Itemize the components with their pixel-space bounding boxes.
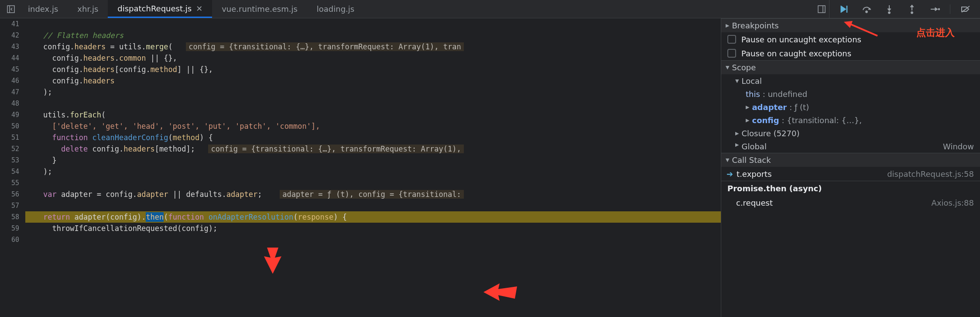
svg-marker-15 [935, 7, 938, 11]
step-out-icon[interactable] [905, 2, 919, 17]
debug-controls [829, 0, 980, 18]
chevron-down-icon: ▼ [735, 78, 739, 84]
chevron-right-icon: ▶ [735, 131, 739, 136]
toggle-sidebar-icon[interactable] [814, 2, 829, 17]
inline-hint: adapter = ƒ (t), config = {transitional: [280, 190, 463, 199]
scope-config[interactable]: ▶ config: {transitional: {…}, [721, 114, 980, 127]
svg-marker-12 [910, 5, 914, 7]
tab-dispatchrequest[interactable]: dispatchRequest.js✕ [108, 0, 212, 18]
tab-vue-runtime[interactable]: vue.runtime.esm.js [212, 0, 307, 18]
step-into-icon[interactable] [882, 2, 897, 17]
tab-xhr[interactable]: xhr.js [68, 0, 108, 18]
inline-hint: config = {transitional: {…}, transformRe… [186, 42, 463, 51]
checkbox-icon[interactable] [727, 35, 736, 44]
svg-marker-9 [887, 9, 891, 11]
tabbar: index.js xhr.js dispatchRequest.js✕ vue.… [0, 0, 980, 18]
chevron-right-icon: ▶ [726, 23, 729, 28]
svg-point-7 [866, 10, 868, 13]
line-gutter: 41 42 43 44 45 46 47 48 49 50 51 52 53 5… [0, 18, 25, 317]
svg-rect-2 [818, 6, 825, 13]
chevron-right-icon: ▶ [735, 142, 739, 151]
step-over-icon[interactable] [859, 2, 874, 17]
callstack-section[interactable]: ▼ Call Stack [721, 153, 980, 167]
chevron-right-icon: ▶ [746, 104, 749, 110]
scope-section[interactable]: ▼ Scope [721, 60, 980, 74]
tab-loading[interactable]: loading.js [307, 0, 364, 18]
scope-global[interactable]: ▶Global Window [721, 140, 980, 153]
current-exec-line: return adapter(config).then(function onA… [25, 211, 721, 223]
svg-point-13 [911, 11, 913, 14]
code-editor[interactable]: 41 42 43 44 45 46 47 48 49 50 51 52 53 5… [0, 18, 721, 317]
svg-point-16 [938, 8, 940, 10]
scope-adapter[interactable]: ▶ adapter: ƒ (t) [721, 100, 980, 114]
async-separator: Promise.then (async) [721, 181, 980, 196]
scope-local[interactable]: ▼ Local [721, 74, 980, 87]
svg-marker-4 [841, 6, 846, 13]
svg-point-10 [888, 11, 891, 14]
deactivate-breakpoints-icon[interactable] [958, 2, 973, 17]
annotation-text: 点击进入 [916, 26, 955, 39]
inline-hint: config = {transitional: {…}, transformRe… [208, 145, 463, 153]
scope-this[interactable]: this: undefined [721, 87, 980, 100]
debugger-sidebar: 点击进入 ▶ Breakpoints Pause on uncaught exc… [721, 18, 980, 317]
scope-closure[interactable]: ▶ Closure (5270) [721, 127, 980, 140]
resume-icon[interactable] [836, 2, 851, 17]
stack-frame[interactable]: ➔t.exports dispatchRequest.js:58 [721, 167, 980, 181]
stack-frame[interactable]: c.request Axios.js:88 [721, 196, 980, 210]
toggle-nav-icon[interactable] [3, 2, 18, 17]
pause-caught-checkbox[interactable]: Pause on caught exceptions [721, 46, 980, 60]
tab-index[interactable]: index.js [18, 0, 68, 18]
checkbox-icon[interactable] [727, 49, 736, 58]
chevron-down-icon: ▼ [726, 65, 729, 70]
current-frame-icon: ➔ [726, 169, 733, 179]
chevron-down-icon: ▼ [726, 157, 729, 163]
step-icon[interactable] [927, 2, 942, 17]
code-area[interactable]: // Flatten headers config.headers = util… [25, 18, 721, 317]
close-tab-icon[interactable]: ✕ [196, 4, 202, 13]
chevron-right-icon: ▶ [746, 117, 749, 123]
